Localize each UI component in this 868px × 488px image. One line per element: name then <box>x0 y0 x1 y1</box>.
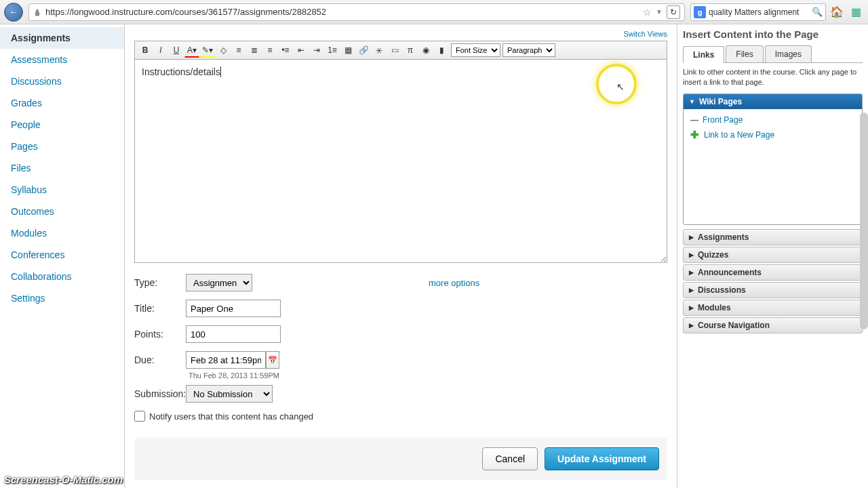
notify-label: Notify users that this content has chang… <box>149 411 313 422</box>
tab-images[interactable]: Images <box>765 45 812 62</box>
panel-title: Insert Content into the Page <box>683 28 863 40</box>
sidebar-item-files[interactable]: Files <box>0 157 124 179</box>
submission-label: Submission: <box>134 388 186 399</box>
bookmark-icon[interactable]: ☆ <box>643 7 652 18</box>
bg-color-button[interactable]: ✎▾ <box>200 43 215 58</box>
italic-button[interactable]: I <box>153 43 168 58</box>
image-button[interactable]: ▭ <box>387 43 402 58</box>
triangle-right-icon: ▶ <box>689 251 694 258</box>
type-select[interactable]: Assignment <box>186 274 252 291</box>
bullet-list-button[interactable]: •≡ <box>278 43 293 58</box>
tab-links[interactable]: Links <box>683 46 724 63</box>
sidebar-item-discussions[interactable]: Discussions <box>0 70 124 92</box>
number-list-button[interactable]: 1≡ <box>325 43 340 58</box>
home-icon[interactable]: 🏠 <box>829 4 845 20</box>
minus-icon: — <box>690 115 698 125</box>
sidebar-item-grades[interactable]: Grades <box>0 92 124 114</box>
course-sidebar: AssignmentsAssessmentsDiscussionsGradesP… <box>0 24 125 488</box>
align-left-button[interactable]: ≡ <box>231 43 246 58</box>
bold-button[interactable]: B <box>138 43 153 58</box>
sidebar-item-outcomes[interactable]: Outcomes <box>0 201 124 222</box>
watermark: Screencast-O-Matic.com <box>4 474 123 485</box>
extension-icon[interactable]: ▦ <box>848 4 864 20</box>
align-center-button[interactable]: ≣ <box>247 43 262 58</box>
sidebar-item-assignments[interactable]: Assignments <box>0 27 124 49</box>
sidebar-item-collaborations[interactable]: Collaborations <box>0 266 124 287</box>
type-label: Type: <box>134 277 186 288</box>
date-picker-button[interactable]: 📅 <box>266 351 279 369</box>
submission-select[interactable]: No Submission <box>186 385 273 403</box>
paragraph-select[interactable]: Paragraph <box>502 43 555 57</box>
url-text: https://longwood.instructure.com/courses… <box>45 7 639 17</box>
editor-toolbar: B I U A▾ ✎▾ ◇ ≡ ≣ ≡ •≡ ⇤ ⇥ 1≡ ▦ 🔗 ⚹ ▭ π … <box>134 41 667 60</box>
switch-views-link[interactable]: Switch Views <box>134 30 667 38</box>
plus-icon: ✚ <box>690 129 700 141</box>
triangle-right-icon: ▶ <box>689 234 694 241</box>
search-text: quality Matters alignment <box>709 7 809 17</box>
google-icon: g <box>694 6 706 18</box>
section-course-navigation[interactable]: ▶Course Navigation <box>683 317 863 333</box>
underline-button[interactable]: U <box>169 43 184 58</box>
wiki-pages-header[interactable]: ▼Wiki Pages <box>684 94 862 109</box>
indent-button[interactable]: ⇥ <box>309 43 324 58</box>
new-page-link[interactable]: ✚Link to a New Page <box>688 127 858 143</box>
section-discussions[interactable]: ▶Discussions <box>683 282 863 298</box>
insert-content-panel: Insert Content into the Page LinksFilesI… <box>677 24 868 488</box>
title-input[interactable] <box>186 300 281 317</box>
search-box[interactable]: g quality Matters alignment 🔍 <box>690 3 826 21</box>
section-modules[interactable]: ▶Modules <box>683 300 863 316</box>
points-input[interactable] <box>186 325 281 343</box>
sidebar-item-syllabus[interactable]: Syllabus <box>0 179 124 201</box>
url-bar[interactable]: https://longwood.instructure.com/courses… <box>28 3 685 21</box>
search-icon[interactable]: 🔍 <box>812 7 823 17</box>
embed-button[interactable]: ◉ <box>418 43 433 58</box>
clear-format-button[interactable]: ◇ <box>216 43 231 58</box>
dropdown-icon[interactable]: ▼ <box>656 8 663 16</box>
align-right-button[interactable]: ≡ <box>262 43 277 58</box>
rich-text-editor[interactable]: Instructions/details <box>134 60 667 263</box>
front-page-link[interactable]: —Front Page <box>688 113 858 127</box>
more-options-link[interactable]: more options <box>429 278 479 288</box>
sidebar-item-people[interactable]: People <box>0 114 124 136</box>
section-announcements[interactable]: ▶Announcements <box>683 264 863 281</box>
update-button[interactable]: Update Assignment <box>545 447 659 470</box>
triangle-right-icon: ▶ <box>689 287 694 293</box>
font-size-select[interactable]: Font Size <box>451 43 500 57</box>
tab-files[interactable]: Files <box>726 45 763 62</box>
due-hint: Thu Feb 28, 2013 11:59PM <box>189 371 667 380</box>
section-assignments[interactable]: ▶Assignments <box>683 229 863 245</box>
triangle-right-icon: ▶ <box>689 322 694 329</box>
title-label: Title: <box>134 303 186 314</box>
text-color-button[interactable]: A▾ <box>184 43 199 58</box>
record-button[interactable]: ▮ <box>434 43 449 58</box>
reload-icon[interactable]: ↻ <box>667 5 680 19</box>
due-label: Due: <box>134 354 186 365</box>
link-button[interactable]: 🔗 <box>356 43 371 58</box>
cursor-icon: ↖ <box>616 81 625 92</box>
section-quizzes[interactable]: ▶Quizzes <box>683 247 863 263</box>
due-input[interactable] <box>186 351 266 369</box>
back-button[interactable]: ← <box>4 3 23 22</box>
lock-icon <box>33 8 41 16</box>
outdent-button[interactable]: ⇤ <box>294 43 309 58</box>
points-label: Points: <box>134 329 186 340</box>
sidebar-item-settings[interactable]: Settings <box>0 287 124 309</box>
unlink-button[interactable]: ⚹ <box>372 43 387 58</box>
sidebar-item-assessments[interactable]: Assessments <box>0 49 124 70</box>
triangle-right-icon: ▶ <box>689 304 694 311</box>
table-button[interactable]: ▦ <box>340 43 355 58</box>
sidebar-item-pages[interactable]: Pages <box>0 136 124 157</box>
cancel-button[interactable]: Cancel <box>482 447 538 470</box>
triangle-down-icon: ▼ <box>689 98 695 105</box>
notify-checkbox[interactable] <box>134 411 145 422</box>
equation-button[interactable]: π <box>403 43 418 58</box>
sidebar-item-modules[interactable]: Modules <box>0 222 124 244</box>
sidebar-item-conferences[interactable]: Conferences <box>0 244 124 266</box>
tab-description: Link to other content in the course. Cli… <box>683 67 863 88</box>
scrollbar[interactable] <box>860 113 868 329</box>
triangle-right-icon: ▶ <box>689 269 694 276</box>
